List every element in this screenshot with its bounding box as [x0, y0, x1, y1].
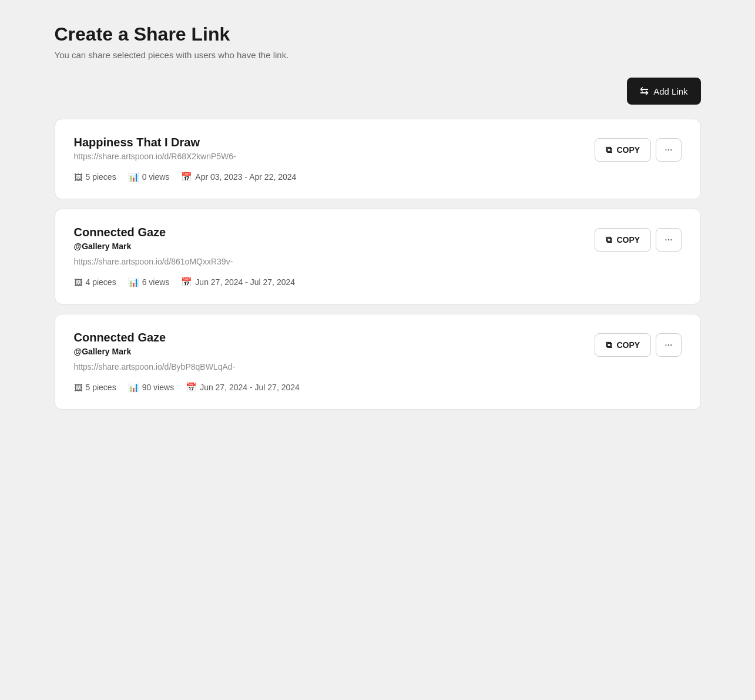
card-url: https://share.artspoon.io/d/861oMQxxR39v…	[74, 257, 595, 266]
pieces-count: 5 pieces	[86, 383, 116, 392]
card-url: https://share.artspoon.io/d/BybP8qBWLqAd…	[74, 362, 595, 371]
image-icon: 🖼	[74, 172, 83, 182]
views-count: 6 views	[142, 277, 170, 287]
date-range: Jun 27, 2024 - Jul 27, 2024	[195, 277, 295, 287]
copy-label: COPY	[616, 145, 640, 155]
chart-icon: 📊	[128, 277, 139, 287]
card-content: Happiness That I Draw https://share.arts…	[74, 136, 595, 182]
more-button[interactable]: ···	[656, 138, 681, 162]
toolbar: ⇆ Add Link	[55, 78, 701, 105]
more-label: ···	[665, 235, 672, 245]
card-title: Connected Gaze	[74, 331, 595, 344]
pieces-count: 4 pieces	[86, 277, 116, 287]
pieces-count: 5 pieces	[86, 172, 116, 182]
date-meta: 📅 Jun 27, 2024 - Jul 27, 2024	[181, 277, 295, 287]
add-link-label: Add Link	[653, 86, 687, 96]
pieces-meta: 🖼 5 pieces	[74, 383, 116, 393]
page-header: Create a Share Link You can share select…	[55, 24, 701, 60]
share-links-list: Happiness That I Draw https://share.arts…	[55, 119, 701, 410]
link-icon: ⇆	[640, 85, 649, 98]
share-link-card: Connected Gaze @Gallery Mark https://sha…	[55, 314, 701, 410]
card-meta: 🖼 5 pieces 📊 0 views 📅 Apr 03, 2023 - Ap…	[74, 172, 595, 182]
copy-icon: ⧉	[606, 340, 612, 350]
copy-label: COPY	[616, 340, 640, 350]
copy-label: COPY	[616, 235, 640, 245]
copy-icon: ⧉	[606, 235, 612, 245]
more-label: ···	[665, 340, 672, 350]
pieces-meta: 🖼 4 pieces	[74, 277, 116, 287]
copy-button[interactable]: ⧉ COPY	[595, 138, 651, 162]
copy-icon: ⧉	[606, 145, 612, 155]
date-range: Apr 03, 2023 - Apr 22, 2024	[195, 172, 296, 182]
card-gallery: @Gallery Mark	[74, 242, 595, 251]
image-icon: 🖼	[74, 383, 83, 393]
more-button[interactable]: ···	[656, 228, 681, 252]
date-meta: 📅 Jun 27, 2024 - Jul 27, 2024	[186, 382, 300, 393]
page-title: Create a Share Link	[55, 24, 701, 45]
calendar-icon: 📅	[181, 277, 192, 287]
views-meta: 📊 6 views	[128, 277, 170, 287]
copy-button[interactable]: ⧉ COPY	[595, 333, 651, 357]
card-content: Connected Gaze @Gallery Mark https://sha…	[74, 331, 595, 393]
card-actions: ⧉ COPY ···	[595, 228, 681, 252]
card-actions: ⧉ COPY ···	[595, 333, 681, 357]
page-container: Create a Share Link You can share select…	[55, 24, 701, 410]
calendar-icon: 📅	[186, 382, 197, 393]
chart-icon: 📊	[128, 172, 139, 182]
page-subtitle: You can share selected pieces with users…	[55, 50, 701, 60]
card-title: Happiness That I Draw	[74, 136, 595, 149]
card-actions: ⧉ COPY ···	[595, 138, 681, 162]
card-meta: 🖼 4 pieces 📊 6 views 📅 Jun 27, 2024 - Ju…	[74, 277, 595, 287]
card-title: Connected Gaze	[74, 226, 595, 239]
card-content: Connected Gaze @Gallery Mark https://sha…	[74, 226, 595, 287]
more-button[interactable]: ···	[656, 333, 681, 357]
card-meta: 🖼 5 pieces 📊 90 views 📅 Jun 27, 2024 - J…	[74, 382, 595, 393]
views-count: 0 views	[142, 172, 170, 182]
card-url: https://share.artspoon.io/d/R68X2kwnP5W6…	[74, 152, 595, 161]
date-range: Jun 27, 2024 - Jul 27, 2024	[200, 383, 300, 392]
calendar-icon: 📅	[181, 172, 192, 182]
more-label: ···	[665, 145, 672, 155]
date-meta: 📅 Apr 03, 2023 - Apr 22, 2024	[181, 172, 296, 182]
card-gallery: @Gallery Mark	[74, 347, 595, 356]
share-link-card: Happiness That I Draw https://share.arts…	[55, 119, 701, 199]
views-meta: 📊 90 views	[128, 382, 174, 393]
chart-icon: 📊	[128, 382, 139, 393]
copy-button[interactable]: ⧉ COPY	[595, 228, 651, 252]
share-link-card: Connected Gaze @Gallery Mark https://sha…	[55, 209, 701, 304]
add-link-button[interactable]: ⇆ Add Link	[627, 78, 700, 105]
pieces-meta: 🖼 5 pieces	[74, 172, 116, 182]
image-icon: 🖼	[74, 277, 83, 287]
views-meta: 📊 0 views	[128, 172, 170, 182]
views-count: 90 views	[142, 383, 174, 392]
